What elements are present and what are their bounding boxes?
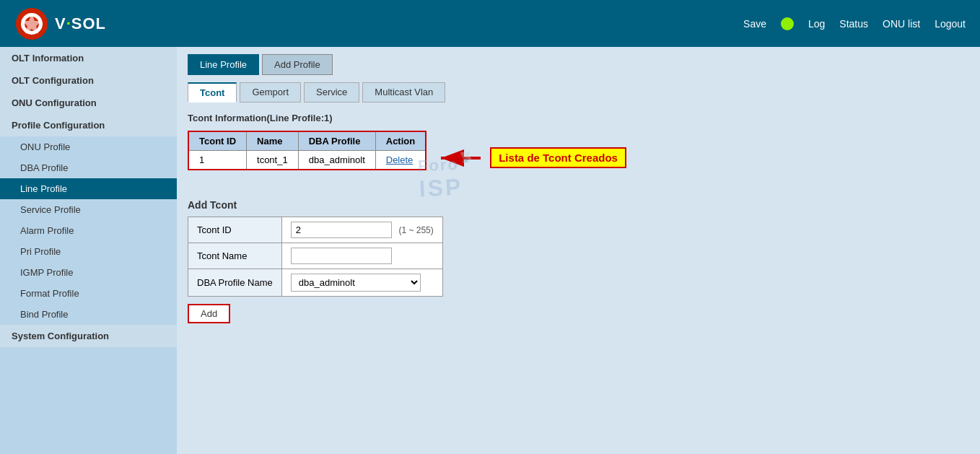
header-right: Save Log Status ONU list Logout bbox=[743, 17, 966, 30]
tcont-table: Tcont ID Name DBA Profile Action 1 tcont… bbox=[188, 131, 426, 170]
tab-multicast-vlan[interactable]: Multicast Vlan bbox=[362, 82, 445, 102]
tab-line-profile[interactable]: Line Profile bbox=[188, 54, 259, 75]
sidebar-item-service-profile[interactable]: Service Profile bbox=[0, 199, 177, 220]
col-name: Name bbox=[247, 131, 299, 151]
add-tcont-form: Tcont ID (1 ~ 255) Tcont Name DBA Profil… bbox=[188, 217, 443, 297]
col-dba-profile: DBA Profile bbox=[298, 131, 375, 151]
save-button[interactable]: Save bbox=[743, 18, 766, 30]
label-tcont-id: Tcont ID bbox=[188, 217, 282, 243]
sidebar-item-system-config[interactable]: System Configuration bbox=[0, 325, 177, 347]
layout: OLT Information OLT Configuration ONU Co… bbox=[0, 47, 980, 454]
sub-tabs: Tcont Gemport Service Multicast Vlan bbox=[188, 82, 969, 102]
page-tabs: Line Profile Add Profile bbox=[188, 54, 969, 75]
tab-service[interactable]: Service bbox=[304, 82, 359, 102]
cell-action: Delete bbox=[375, 151, 426, 170]
status-indicator bbox=[781, 17, 794, 30]
dba-profile-select[interactable]: dba_adminolt bbox=[291, 274, 421, 292]
sidebar-item-olt-config[interactable]: OLT Configuration bbox=[0, 69, 177, 92]
tcont-id-hint: (1 ~ 255) bbox=[398, 225, 433, 235]
annotation-row: Tcont ID Name DBA Profile Action 1 tcont… bbox=[188, 131, 969, 185]
cell-tcont-id: 1 bbox=[188, 151, 247, 170]
sidebar-item-line-profile[interactable]: Line Profile bbox=[0, 178, 177, 199]
annotation-label: Lista de Tcont Creados bbox=[490, 147, 626, 168]
sidebar-item-onu-profile[interactable]: ONU Profile bbox=[0, 136, 177, 157]
tab-add-profile[interactable]: Add Profile bbox=[262, 54, 333, 75]
tab-tcont[interactable]: Tcont bbox=[188, 82, 237, 102]
input-cell-tcont-name bbox=[281, 243, 442, 269]
add-button[interactable]: Add bbox=[188, 304, 230, 323]
tcont-name-input[interactable] bbox=[291, 248, 392, 264]
form-row-dba-profile: DBA Profile Name dba_adminolt bbox=[188, 269, 443, 297]
col-action: Action bbox=[375, 131, 426, 151]
sidebar-item-onu-config[interactable]: ONU Configuration bbox=[0, 92, 177, 114]
logout-link[interactable]: Logout bbox=[935, 18, 966, 30]
arrow-icon bbox=[434, 147, 484, 169]
arrow-annotation: Lista de Tcont Creados bbox=[434, 147, 626, 169]
sidebar-item-profile-config[interactable]: Profile Configuration bbox=[0, 114, 177, 136]
sidebar-item-pri-profile[interactable]: Pri Profile bbox=[0, 241, 177, 262]
input-cell-tcont-id: (1 ~ 255) bbox=[281, 217, 442, 243]
onu-list-link[interactable]: ONU list bbox=[883, 18, 920, 30]
add-tcont-title: Add Tcont bbox=[188, 199, 969, 211]
sidebar-item-alarm-profile[interactable]: Alarm Profile bbox=[0, 220, 177, 241]
sidebar: OLT Information OLT Configuration ONU Co… bbox=[0, 47, 177, 454]
tab-gemport[interactable]: Gemport bbox=[240, 82, 301, 102]
cell-name: tcont_1 bbox=[247, 151, 299, 170]
vsol-logo-icon bbox=[14, 6, 49, 41]
log-link[interactable]: Log bbox=[808, 18, 825, 30]
sidebar-item-olt-info[interactable]: OLT Information bbox=[0, 47, 177, 69]
label-dba-profile: DBA Profile Name bbox=[188, 269, 282, 297]
sidebar-item-bind-profile[interactable]: Bind Profile bbox=[0, 304, 177, 325]
delete-link[interactable]: Delete bbox=[386, 154, 414, 165]
tcont-info-title: Tcont Information(Line Profile:1) bbox=[188, 113, 969, 123]
content-area: Foro ISP 📡 Tcont Information(Line Profil… bbox=[188, 113, 969, 323]
status-link[interactable]: Status bbox=[839, 18, 868, 30]
form-row-tcont-id: Tcont ID (1 ~ 255) bbox=[188, 217, 443, 243]
vsol-brand: V·SOL bbox=[55, 14, 106, 33]
header: V·SOL Save Log Status ONU list Logout bbox=[0, 0, 980, 47]
form-row-tcont-name: Tcont Name bbox=[188, 243, 443, 269]
sidebar-item-igmp-profile[interactable]: IGMP Profile bbox=[0, 262, 177, 283]
table-row: 1 tcont_1 dba_adminolt Delete bbox=[188, 151, 426, 170]
label-tcont-name: Tcont Name bbox=[188, 243, 282, 269]
main-content: Line Profile Add Profile Tcont Gemport S… bbox=[177, 47, 980, 454]
sidebar-item-format-profile[interactable]: Format Profile bbox=[0, 283, 177, 304]
tcont-id-input[interactable] bbox=[291, 222, 392, 238]
sidebar-item-dba-profile[interactable]: DBA Profile bbox=[0, 157, 177, 178]
input-cell-dba-profile: dba_adminolt bbox=[281, 269, 442, 297]
cell-dba-profile: dba_adminolt bbox=[298, 151, 375, 170]
logo-area: V·SOL bbox=[14, 6, 106, 41]
col-tcont-id: Tcont ID bbox=[188, 131, 247, 151]
